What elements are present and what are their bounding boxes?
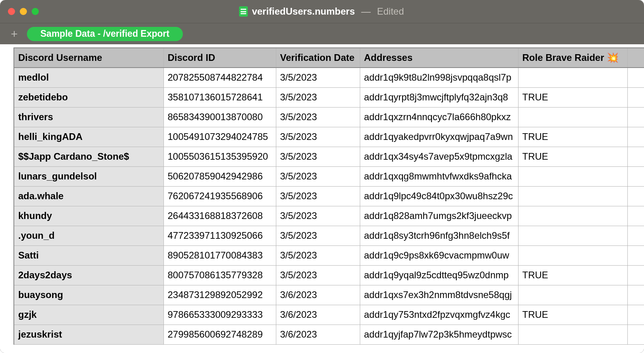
cell-role[interactable]: TRUE — [518, 127, 627, 147]
cell-discord-id[interactable]: 865834390013870080 — [163, 107, 276, 127]
cell-verification-date[interactable]: 3/5/2023 — [276, 147, 360, 166]
header-overflow[interactable] — [627, 48, 644, 68]
cell-overflow[interactable] — [627, 68, 644, 87]
cell-role[interactable]: TRUE — [518, 147, 627, 166]
cell-overflow[interactable] — [627, 186, 644, 206]
cell-role[interactable] — [518, 245, 627, 265]
cell-verification-date[interactable]: 3/6/2023 — [276, 285, 360, 305]
cell-discord-id[interactable]: 762067241935568906 — [163, 186, 276, 206]
cell-verification-date[interactable]: 3/5/2023 — [276, 206, 360, 226]
cell-overflow[interactable] — [627, 325, 644, 344]
cell-overflow[interactable] — [627, 166, 644, 186]
filename: verifiedUsers.numbers — [252, 6, 355, 17]
cell-overflow[interactable] — [627, 265, 644, 285]
cell-role[interactable] — [518, 206, 627, 226]
cell-discord-id[interactable]: 978665333009293333 — [163, 305, 276, 325]
cell-address[interactable]: addr1qy753ntxd2fpzvqxmgfvz4kgc — [360, 305, 518, 325]
cell-address[interactable]: addr1qx34sy4s7avep5x9tpmcxgzla — [360, 147, 518, 166]
window-zoom-button[interactable] — [32, 8, 39, 15]
header-discord-username[interactable]: Discord Username — [14, 48, 163, 68]
cell-address[interactable]: addr1qxzrn4nnqcyc7la666h80pkxz — [360, 107, 518, 127]
cell-address[interactable]: addr1q9k9t8u2ln998jsvpqqa8qsl7p — [360, 68, 518, 87]
cell-verification-date[interactable]: 3/5/2023 — [276, 127, 360, 147]
cell-username[interactable]: Satti — [14, 245, 163, 265]
cell-username[interactable]: zebetidebo — [14, 87, 163, 107]
cell-username[interactable]: ada.whale — [14, 186, 163, 206]
data-table: Discord Username Discord ID Verification… — [13, 47, 644, 345]
cell-address[interactable]: addr1qyjfap7lw72p3k5hmeydtpwsc — [360, 325, 518, 344]
cell-overflow[interactable] — [627, 206, 644, 226]
cell-verification-date[interactable]: 3/5/2023 — [276, 186, 360, 206]
cell-role[interactable] — [518, 68, 627, 87]
window-minimize-button[interactable] — [20, 8, 27, 15]
cell-address[interactable]: addr1qxqg8mwmhtvfwxdks9afhcka — [360, 166, 518, 186]
header-addresses[interactable]: Addresses — [360, 48, 518, 68]
cell-username[interactable]: jezuskrist — [14, 325, 163, 344]
cell-username[interactable]: helli_kingADA — [14, 127, 163, 147]
cell-role[interactable] — [518, 285, 627, 305]
cell-username[interactable]: buaysong — [14, 285, 163, 305]
cell-overflow[interactable] — [627, 107, 644, 127]
cell-verification-date[interactable]: 3/5/2023 — [276, 265, 360, 285]
header-discord-id[interactable]: Discord ID — [163, 48, 276, 68]
cell-role[interactable]: TRUE — [518, 265, 627, 285]
cell-username[interactable]: $$Japp Cardano_Stone$ — [14, 147, 163, 166]
cell-address[interactable]: addr1q9lpc49c84t0px30wu8hsz29c — [360, 186, 518, 206]
cell-discord-id[interactable]: 1005503615135395920 — [163, 147, 276, 166]
cell-verification-date[interactable]: 3/5/2023 — [276, 226, 360, 245]
cell-address[interactable]: addr1qyrpt8j3mwcjftplyfq32ajn3q8 — [360, 87, 518, 107]
table-row: lunars_gundelsol5062078590429429863/5/20… — [14, 166, 644, 186]
cell-discord-id[interactable]: 207825508744822784 — [163, 68, 276, 87]
cell-username[interactable]: khundy — [14, 206, 163, 226]
cell-overflow[interactable] — [627, 245, 644, 265]
cell-username[interactable]: thrivers — [14, 107, 163, 127]
cell-role[interactable]: TRUE — [518, 305, 627, 325]
cell-address[interactable]: addr1q9yqal9z5cdtteq95wz0dnmp — [360, 265, 518, 285]
cell-verification-date[interactable]: 3/5/2023 — [276, 166, 360, 186]
cell-username[interactable]: 2days2days — [14, 265, 163, 285]
cell-role[interactable] — [518, 226, 627, 245]
cell-username[interactable]: .youn_d — [14, 226, 163, 245]
spreadsheet-area[interactable]: Discord Username Discord ID Verification… — [0, 44, 644, 353]
cell-address[interactable]: addr1q828amh7umgs2kf3jueeckvp — [360, 206, 518, 226]
cell-verification-date[interactable]: 3/6/2023 — [276, 305, 360, 325]
sheet-tab-active[interactable]: Sample Data - /verified Export — [27, 27, 183, 41]
cell-overflow[interactable] — [627, 87, 644, 107]
cell-overflow[interactable] — [627, 127, 644, 147]
cell-address[interactable]: addr1q9c9ps8xk69cvacmpmw0uw — [360, 245, 518, 265]
cell-discord-id[interactable]: 890528101770084383 — [163, 245, 276, 265]
cell-overflow[interactable] — [627, 147, 644, 166]
cell-overflow[interactable] — [627, 285, 644, 305]
cell-discord-id[interactable]: 358107136015728641 — [163, 87, 276, 107]
cell-verification-date[interactable]: 3/5/2023 — [276, 68, 360, 87]
cell-verification-date[interactable]: 3/6/2023 — [276, 325, 360, 344]
cell-overflow[interactable] — [627, 305, 644, 325]
cell-discord-id[interactable]: 264433168818372608 — [163, 206, 276, 226]
cell-verification-date[interactable]: 3/5/2023 — [276, 245, 360, 265]
cell-username[interactable]: medlol — [14, 68, 163, 87]
header-verification-date[interactable]: Verification Date — [276, 48, 360, 68]
header-role-brave-raider[interactable]: Role Brave Raider 💥 — [518, 48, 627, 68]
cell-role[interactable] — [518, 325, 627, 344]
cell-discord-id[interactable]: 234873129892052992 — [163, 285, 276, 305]
cell-discord-id[interactable]: 477233971130925066 — [163, 226, 276, 245]
cell-verification-date[interactable]: 3/5/2023 — [276, 87, 360, 107]
add-sheet-button[interactable]: + — [6, 25, 23, 43]
cell-role[interactable] — [518, 166, 627, 186]
cell-username[interactable]: gzjk — [14, 305, 163, 325]
title-separator: — — [359, 6, 373, 17]
cell-overflow[interactable] — [627, 226, 644, 245]
cell-discord-id[interactable]: 506207859042942986 — [163, 166, 276, 186]
cell-discord-id[interactable]: 1005491073294024785 — [163, 127, 276, 147]
cell-role[interactable] — [518, 186, 627, 206]
window-close-button[interactable] — [8, 8, 15, 15]
cell-verification-date[interactable]: 3/5/2023 — [276, 107, 360, 127]
cell-discord-id[interactable]: 279985600692748289 — [163, 325, 276, 344]
cell-address[interactable]: addr1q8sy3tcrh96nfg3hn8elch9s5f — [360, 226, 518, 245]
cell-username[interactable]: lunars_gundelsol — [14, 166, 163, 186]
cell-role[interactable]: TRUE — [518, 87, 627, 107]
cell-discord-id[interactable]: 800757086135779328 — [163, 265, 276, 285]
cell-address[interactable]: addr1qxs7ex3h2nmm8tdvsne58qgj — [360, 285, 518, 305]
cell-address[interactable]: addr1qyakedpvrr0kyxqwjpaq7a9wn — [360, 127, 518, 147]
cell-role[interactable] — [518, 107, 627, 127]
